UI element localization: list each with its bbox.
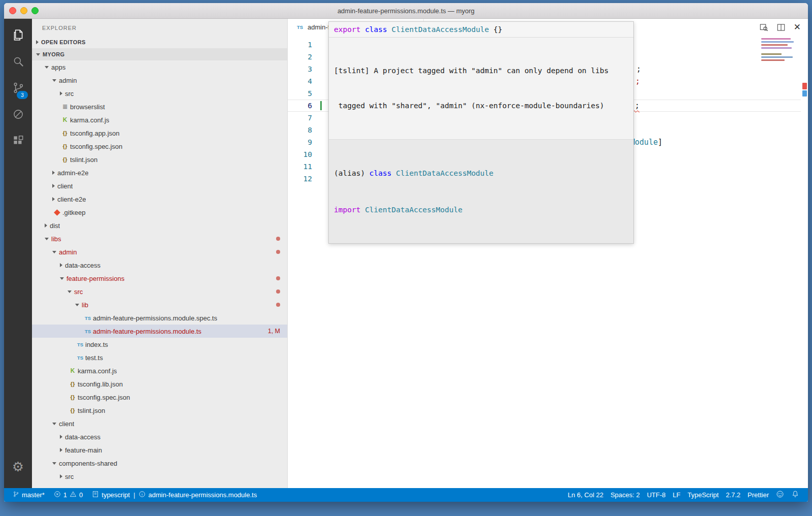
bell-icon [791,490,799,500]
activity-search[interactable] [4,49,32,76]
tree-file-test.ts[interactable]: TStest.ts [32,351,287,364]
feedback-smiley-button[interactable] [772,488,788,502]
problems-indicator[interactable]: 1 0 [50,488,86,502]
debug-icon [12,108,25,123]
tree-item-label: tslint.json [70,156,97,164]
tree-folder-src[interactable]: src [32,285,287,298]
activity-source-control[interactable]: 3 [4,76,32,102]
status-cursor-position[interactable]: Ln 6, Col 22 [564,488,607,502]
title-bar: admin-feature-permissions.module.ts — my… [4,3,808,19]
minimap[interactable] [761,38,797,62]
tree-item-label: karma.conf.js [78,367,117,375]
line-number: 2 [288,51,312,63]
chevron-down-icon [52,251,56,253]
minimap-line [761,53,782,55]
tree-file-tsconfig.spec.json[interactable]: {}tsconfig.spec.json [32,391,287,404]
notifications-button[interactable] [788,488,803,502]
sidebar-title: EXPLORER [32,19,287,36]
tree-folder-lib[interactable]: lib [32,298,287,311]
line-number: 9 [288,136,312,148]
close-editor-icon[interactable]: ✕ [794,23,801,31]
tree-file-tsconfig.app.json[interactable]: {}tsconfig.app.json [32,126,287,140]
tree-folder-client[interactable]: client [32,179,287,192]
activity-debug[interactable] [4,102,32,128]
tree-folder-data-access[interactable]: data-access [32,430,287,443]
minimize-window-button[interactable] [20,7,27,14]
files-icon [12,28,25,44]
tree-folder-libs[interactable]: libs [32,232,287,245]
tree-file-.gitkeep[interactable]: .gitkeep [32,206,287,219]
activity-extensions[interactable] [4,128,32,155]
chevron-right-icon [52,197,55,201]
modified-dot-indicator [276,250,280,254]
tree-folder-src[interactable]: src [32,87,287,100]
traffic-lights [9,7,39,14]
search-icon [12,55,25,70]
tree-item-label: dist [50,222,60,230]
tree-file-admin-feature-permissions.module.ts[interactable]: TSadmin-feature-permissions.module.ts1, … [32,325,287,338]
open-preview-icon[interactable] [759,23,768,32]
tree-folder-dist[interactable]: dist [32,219,287,232]
tree-file-karma.conf.js[interactable]: Kkarma.conf.js [32,364,287,377]
tree-file-tslint.json[interactable]: {}tslint.json [32,404,287,417]
code-token: ; [635,101,639,110]
tslint-message-line: tagged with "shared", "admin" (nx-enforc… [334,100,628,112]
settings-button[interactable]: ⚙ [4,454,32,480]
tree-folder-admin[interactable]: admin [32,245,287,259]
tree-file-tsconfig.spec.json[interactable]: {}tsconfig.spec.json [32,140,287,153]
tree-folder-data-access[interactable]: data-access [32,259,287,272]
tree-folder-client[interactable]: client [32,417,287,430]
tree-file-karma.conf.js[interactable]: Kkarma.conf.js [32,113,287,126]
tree-item-label: test.ts [85,354,103,362]
tree-folder-admin-e2e[interactable]: admin-e2e [32,166,287,179]
chevron-right-icon [52,171,55,175]
tree-item-label: client-e2e [57,196,86,203]
tree-folder-feature-main[interactable]: feature-main [32,443,287,457]
gutter-modified-indicator [320,101,322,110]
tree-item-label: tslint.json [78,407,105,414]
tree-file-index.ts[interactable]: TSindex.ts [32,338,287,351]
minimap-line [761,47,792,49]
modified-dot-indicator [276,237,280,241]
section-open-editors[interactable]: OPEN EDITORS [32,36,287,48]
branch-indicator[interactable]: master* [9,488,48,502]
git-branch-icon [13,491,19,499]
linter-indicator[interactable]: typescript | admin-feature-permissions.m… [88,488,260,502]
status-indentation[interactable]: Spaces: 2 [607,488,644,502]
json-file-icon: {} [67,381,78,387]
status-prettier[interactable]: Prettier [744,488,772,502]
overview-ruler[interactable] [801,19,808,488]
tree-file-tslint.json[interactable]: {}tslint.json [32,153,287,166]
warning-count: 0 [79,491,83,499]
tree-file-admin-feature-permissions.module.spec.ts[interactable]: TSadmin-feature-permissions.module.spec.… [32,311,287,325]
tree-folder-feature-permissions[interactable]: feature-permissions [32,272,287,285]
status-bar: master* 1 0 typescript | admin-feature-p… [4,488,808,502]
tree-folder-client-e2e[interactable]: client-e2e [32,192,287,206]
json-file-icon: {} [60,143,70,149]
tree-folder-components-shared[interactable]: components-shared [32,457,287,470]
tree-folder-src[interactable]: src [32,470,287,483]
line-number: 4 [288,75,312,87]
tree-file-browserslist[interactable]: ≣browserslist [32,100,287,113]
status-bar-right: Ln 6, Col 22Spaces: 2UTF-8LFTypeScript2.… [564,488,803,502]
status-ts-version[interactable]: 2.7.2 [722,488,744,502]
tree-item-label: components-shared [59,460,117,467]
activity-explorer[interactable] [4,23,32,49]
zoom-window-button[interactable] [31,7,39,14]
json-file-icon: {} [60,130,70,136]
section-label: OPEN EDITORS [41,39,86,45]
split-editor-icon[interactable] [776,23,786,32]
tree-item-label: src [65,473,74,480]
tree-file-tsconfig.lib.json[interactable]: {}tsconfig.lib.json [32,377,287,391]
close-window-button[interactable] [9,7,16,14]
status-eol[interactable]: LF [669,488,684,502]
status-encoding[interactable]: UTF-8 [644,488,669,502]
tree-folder-admin[interactable]: admin [32,74,287,87]
error-marker [802,83,807,89]
chevron-right-icon [60,474,62,478]
gear-icon: ⚙ [12,460,24,473]
tree-folder-apps[interactable]: apps [32,60,287,74]
section-myorg[interactable]: MYORG [32,48,287,60]
minimap-line [761,38,791,40]
status-language-mode[interactable]: TypeScript [684,488,722,502]
